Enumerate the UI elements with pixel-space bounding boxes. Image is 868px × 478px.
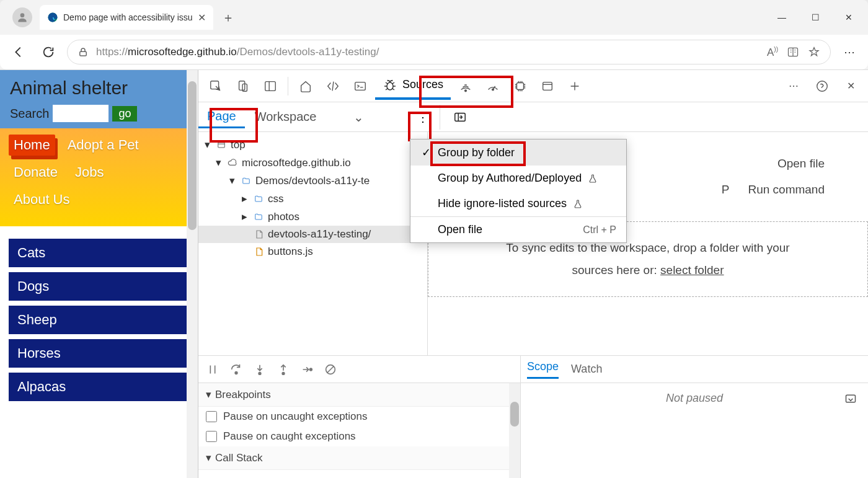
hint-run-key: P: [722, 183, 730, 197]
nav-donate[interactable]: Donate: [9, 162, 63, 183]
memory-tab-icon[interactable]: [508, 74, 533, 99]
profile-icon[interactable]: [12, 7, 32, 27]
chevron-down-icon: ⌄: [353, 110, 364, 125]
ctx-open-file[interactable]: Open file Ctrl + P: [410, 217, 626, 242]
window-close-button[interactable]: ✕: [835, 7, 863, 27]
page-scrollbar[interactable]: [187, 70, 198, 478]
debugger-pane: ▾Breakpoints Pause on uncaught exception…: [198, 355, 868, 478]
step-out-icon[interactable]: [277, 363, 290, 376]
nav-home[interactable]: Home: [9, 135, 55, 156]
page-nav: Home Adopt a Pet Donate Jobs About Us: [0, 128, 198, 226]
sources-tab[interactable]: Sources: [375, 73, 451, 100]
step-into-icon[interactable]: [253, 363, 267, 376]
ctx-group-by-folder[interactable]: ✓ Group by folder: [410, 139, 626, 166]
show-drawer-icon[interactable]: [843, 392, 858, 405]
not-paused-text: Not paused: [521, 383, 868, 414]
favorite-icon[interactable]: [808, 46, 820, 58]
dock-icon[interactable]: [258, 74, 283, 99]
scope-tab[interactable]: Scope: [527, 360, 559, 379]
svg-point-21: [282, 372, 285, 374]
browser-tab[interactable]: Demo page with accessibility issu ✕: [40, 5, 213, 30]
tree-node-css[interactable]: ▸css: [198, 190, 427, 208]
svg-rect-14: [543, 82, 552, 90]
category-item[interactable]: Horses: [9, 339, 189, 368]
cloud-icon: [227, 158, 238, 168]
devtools-overflow-icon[interactable]: ⋯: [781, 74, 806, 99]
folder-icon: [241, 177, 252, 185]
debugger-controls: [198, 356, 520, 383]
ctx-hide-ignore[interactable]: Hide ignore-listed sources: [410, 191, 626, 216]
read-aloud-icon[interactable]: A)): [767, 46, 778, 59]
device-toggle-icon[interactable]: [231, 74, 255, 99]
tab-close-icon[interactable]: ✕: [198, 12, 206, 24]
go-button[interactable]: go: [112, 106, 137, 122]
search-input[interactable]: [53, 105, 108, 122]
category-list: Cats Dogs Sheep Horses Alpacas: [0, 226, 198, 414]
callstack-section[interactable]: ▾Call Stack: [198, 446, 520, 470]
pause-caught-checkbox[interactable]: Pause on caught exceptions: [198, 427, 520, 446]
watch-tab[interactable]: Watch: [571, 363, 602, 376]
svg-rect-17: [218, 142, 225, 147]
devtools-close-icon[interactable]: ✕: [838, 74, 863, 99]
performance-tab-icon[interactable]: [480, 74, 505, 99]
page-title: Animal shelter: [10, 77, 188, 99]
step-icon[interactable]: [300, 363, 314, 376]
address-bar[interactable]: https://microsoftedge.github.io/Demos/de…: [67, 40, 831, 64]
lock-icon: [78, 46, 89, 58]
more-tabs-icon[interactable]: [562, 74, 587, 99]
tab-title: Demo page with accessibility issu: [63, 12, 193, 22]
search-label: Search: [10, 107, 49, 121]
help-icon[interactable]: [810, 74, 835, 99]
svg-point-19: [235, 371, 237, 374]
window-maximize-button[interactable]: ☐: [801, 7, 830, 27]
breakpoints-section[interactable]: ▾Breakpoints: [198, 383, 520, 407]
file-icon: [254, 246, 264, 257]
category-item[interactable]: Cats: [9, 239, 189, 267]
nav-adopt[interactable]: Adopt a Pet: [63, 135, 144, 156]
ctx-group-authored[interactable]: Group by Authored/Deployed: [410, 166, 626, 191]
network-tab-icon[interactable]: [453, 74, 478, 99]
check-icon: ✓: [420, 146, 432, 159]
pause-icon[interactable]: [206, 363, 219, 376]
tree-node-host[interactable]: ▾microsoftedge.github.io: [198, 154, 427, 172]
nav-about[interactable]: About Us: [9, 189, 75, 210]
nav-jobs[interactable]: Jobs: [70, 162, 108, 183]
category-item[interactable]: Alpacas: [9, 373, 189, 401]
debugger-scrollbar[interactable]: [509, 383, 520, 478]
sources-more-options-icon[interactable]: ⋮: [414, 105, 432, 130]
devtools-tabbar: Sources ⋯ ✕: [198, 70, 868, 102]
overflow-menu-icon[interactable]: ⋯: [838, 41, 861, 63]
tree-node-js[interactable]: buttons.js: [198, 243, 427, 260]
step-over-icon[interactable]: [229, 363, 243, 376]
tree-node-top[interactable]: ▾top: [198, 136, 427, 154]
reader-icon[interactable]: [787, 46, 799, 58]
deactivate-breakpoints-icon[interactable]: [324, 363, 337, 376]
workspace-subtab[interactable]: Workspace⌄: [245, 106, 374, 128]
inspect-icon[interactable]: [203, 74, 228, 99]
welcome-tab-icon[interactable]: [293, 74, 318, 99]
tree-node-demos[interactable]: ▾Demos/devtools-a11y-te: [198, 172, 427, 190]
page-subtab[interactable]: Page: [198, 106, 245, 128]
reload-button[interactable]: [37, 41, 60, 63]
elements-tab-icon[interactable]: [321, 74, 345, 99]
category-item[interactable]: Sheep: [9, 306, 189, 334]
browser-toolbar: https://microsoftedge.github.io/Demos/de…: [0, 35, 868, 69]
svg-point-10: [387, 82, 393, 90]
category-item[interactable]: Dogs: [9, 272, 189, 301]
tree-node-photos[interactable]: ▸photos: [198, 208, 427, 226]
svg-rect-8: [265, 81, 276, 91]
file-tree-pane: ▾top ▾microsoftedge.github.io ▾Demos/dev…: [198, 132, 428, 355]
pause-uncaught-checkbox[interactable]: Pause on uncaught exceptions: [198, 407, 520, 427]
hint-open-file: Open file: [777, 157, 825, 170]
back-button[interactable]: [7, 41, 30, 63]
new-tab-button[interactable]: ＋: [218, 7, 238, 27]
svg-point-22: [310, 368, 312, 371]
bug-icon: [383, 77, 397, 92]
select-folder-link[interactable]: select folder: [660, 263, 724, 277]
svg-point-0: [20, 13, 25, 17]
window-minimize-button[interactable]: —: [768, 7, 796, 27]
application-tab-icon[interactable]: [535, 74, 560, 99]
tree-node-html[interactable]: devtools-a11y-testing/: [198, 226, 427, 243]
collapse-navigator-icon[interactable]: [448, 105, 472, 130]
console-tab-icon[interactable]: [348, 74, 373, 99]
